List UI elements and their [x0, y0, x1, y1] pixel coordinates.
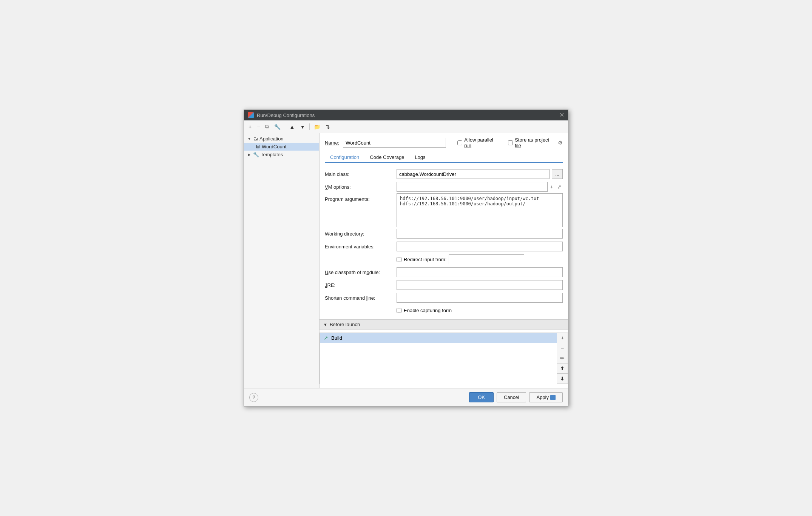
- separator2: [309, 123, 310, 130]
- redirect-input-text: Redirect input from:: [404, 257, 446, 262]
- vm-options-value-row: + ⤢: [397, 180, 563, 193]
- working-dir-value-row: [397, 227, 563, 240]
- working-dir-label: Working directory:: [325, 227, 397, 240]
- move-down-button[interactable]: ▼: [298, 122, 307, 131]
- before-launch-label: Before launch: [330, 322, 360, 327]
- main-class-value-row: ...: [397, 168, 563, 180]
- apply-label: Apply: [536, 394, 549, 400]
- tree-item-application[interactable]: ▼ 🗂 Application: [244, 135, 319, 143]
- program-args-area[interactable]: hdfs://192.168.56.101:9000/user/hadoop/i…: [397, 193, 563, 227]
- before-launch-arrow[interactable]: ▼: [323, 322, 327, 327]
- enable-capture-value-row: Enable capturing form: [397, 304, 563, 316]
- form-grid: Main class: ... VM options: + ⤢: [325, 168, 563, 316]
- program-args-label: Program arguments:: [325, 193, 397, 227]
- store-settings-button[interactable]: ⚙: [558, 140, 563, 146]
- env-vars-input[interactable]: [397, 242, 563, 251]
- env-vars-label: Environment variables:: [325, 240, 397, 253]
- settings-button[interactable]: 🔧: [272, 122, 283, 131]
- add-button[interactable]: +: [246, 122, 254, 131]
- shorten-cmd-value-row: [397, 291, 563, 304]
- name-input[interactable]: [343, 138, 446, 148]
- use-classpath-label: Use classpath of module:: [325, 266, 397, 279]
- before-launch-side-buttons: + − ✏ ⬆ ⬇: [557, 333, 568, 384]
- templates-icon: 🔧: [253, 152, 259, 157]
- separator: [285, 123, 285, 130]
- bl-remove-button[interactable]: −: [557, 343, 568, 353]
- redirect-checkbox-row: Redirect input from:: [397, 254, 524, 264]
- before-launch-section: ▼ Before launch: [320, 319, 568, 330]
- apply-button[interactable]: Apply: [529, 392, 563, 402]
- bl-scroll-up[interactable]: ⬆: [557, 364, 568, 374]
- sort-button[interactable]: ⇅: [323, 122, 332, 131]
- run-debug-dialog: Run/Debug Configurations ✕ + − ⧉ 🔧 ▲ ▼ 📁…: [244, 109, 568, 407]
- store-project-checkbox[interactable]: [508, 140, 513, 145]
- help-button[interactable]: ?: [249, 393, 258, 402]
- vm-options-row: + ⤢: [397, 182, 563, 192]
- before-launch-container: ↗ Build + − ✏ ⬆ ⬇: [320, 333, 568, 384]
- cancel-button[interactable]: Cancel: [497, 392, 526, 402]
- enable-capture-row: Enable capturing form: [397, 308, 452, 313]
- vm-add-button[interactable]: +: [549, 183, 554, 191]
- main-content: ▼ 🗂 Application 🖥 WordCount ▶ 🔧 Template…: [244, 133, 568, 388]
- templates-label: Templates: [261, 152, 283, 157]
- remove-button[interactable]: −: [255, 122, 262, 131]
- footer: ? OK Cancel Apply: [244, 388, 568, 406]
- vm-options-input[interactable]: [397, 182, 548, 192]
- ok-button[interactable]: OK: [469, 392, 494, 402]
- before-launch-build-item[interactable]: ↗ Build: [320, 333, 557, 343]
- tab-code-coverage[interactable]: Code Coverage: [364, 152, 409, 163]
- jre-input[interactable]: [397, 280, 563, 290]
- name-row: Name: Allow parallel run Store as projec…: [325, 137, 563, 148]
- vm-expand-button[interactable]: ⤢: [556, 183, 563, 191]
- redirect-input-label: [325, 253, 397, 266]
- bl-add-button[interactable]: +: [557, 333, 568, 343]
- left-panel: ▼ 🗂 Application 🖥 WordCount ▶ 🔧 Template…: [244, 133, 320, 388]
- jre-label: JRE:: [325, 279, 397, 291]
- footer-buttons: OK Cancel Apply: [469, 392, 563, 402]
- enable-capture-text: Enable capturing form: [404, 308, 452, 313]
- enable-capture-checkbox[interactable]: [397, 308, 401, 313]
- move-up-button[interactable]: ▲: [287, 122, 297, 131]
- use-classpath-value-row: [397, 266, 563, 279]
- app-icon: [248, 112, 254, 118]
- build-icon: ↗: [324, 335, 328, 341]
- close-button[interactable]: ✕: [559, 112, 564, 118]
- tab-logs[interactable]: Logs: [409, 152, 431, 163]
- main-class-label: Main class:: [325, 168, 397, 180]
- wordcount-icon: 🖥: [255, 144, 260, 149]
- shorten-cmd-label: Shorten command line:: [325, 291, 397, 304]
- enable-capture-label-blank: [325, 304, 397, 316]
- name-label: Name:: [325, 140, 339, 146]
- allow-parallel-label[interactable]: Allow parallel run: [457, 137, 500, 148]
- vm-options-label: VM options:: [325, 180, 397, 193]
- working-dir-input[interactable]: [397, 229, 563, 239]
- tree-item-wordcount[interactable]: 🖥 WordCount: [244, 143, 319, 151]
- toolbar: + − ⧉ 🔧 ▲ ▼ 📁 ⇅: [244, 120, 568, 133]
- tree-item-templates[interactable]: ▶ 🔧 Templates: [244, 151, 319, 159]
- build-item-label: Build: [331, 335, 342, 341]
- application-icon: 🗂: [253, 136, 258, 142]
- main-class-browse-button[interactable]: ...: [552, 169, 563, 179]
- tab-configuration[interactable]: Configuration: [325, 152, 364, 163]
- bl-scroll-down[interactable]: ⬇: [557, 374, 568, 384]
- main-class-input[interactable]: [397, 169, 550, 179]
- folder-button[interactable]: 📁: [312, 122, 323, 131]
- wordcount-label: WordCount: [262, 144, 287, 149]
- env-vars-value-row: [397, 240, 563, 253]
- copy-button[interactable]: ⧉: [263, 122, 271, 131]
- redirect-input-checkbox[interactable]: [397, 257, 401, 262]
- dialog-title: Run/Debug Configurations: [257, 112, 556, 118]
- use-classpath-input[interactable]: [397, 267, 563, 277]
- jre-value-row: [397, 279, 563, 291]
- bl-edit-button[interactable]: ✏: [557, 353, 568, 364]
- allow-parallel-checkbox[interactable]: [457, 140, 462, 145]
- tabs: Configuration Code Coverage Logs: [325, 152, 563, 163]
- shorten-cmd-input[interactable]: [397, 293, 563, 303]
- redirect-input-value-row: Redirect input from:: [397, 253, 563, 266]
- store-project-label[interactable]: Store as project file: [508, 137, 556, 148]
- title-bar: Run/Debug Configurations ✕: [244, 110, 568, 120]
- application-label: Application: [259, 136, 284, 142]
- expand-arrow: ▼: [247, 137, 252, 141]
- redirect-input-input[interactable]: [449, 254, 524, 264]
- before-launch-content: ↗ Build: [320, 333, 557, 384]
